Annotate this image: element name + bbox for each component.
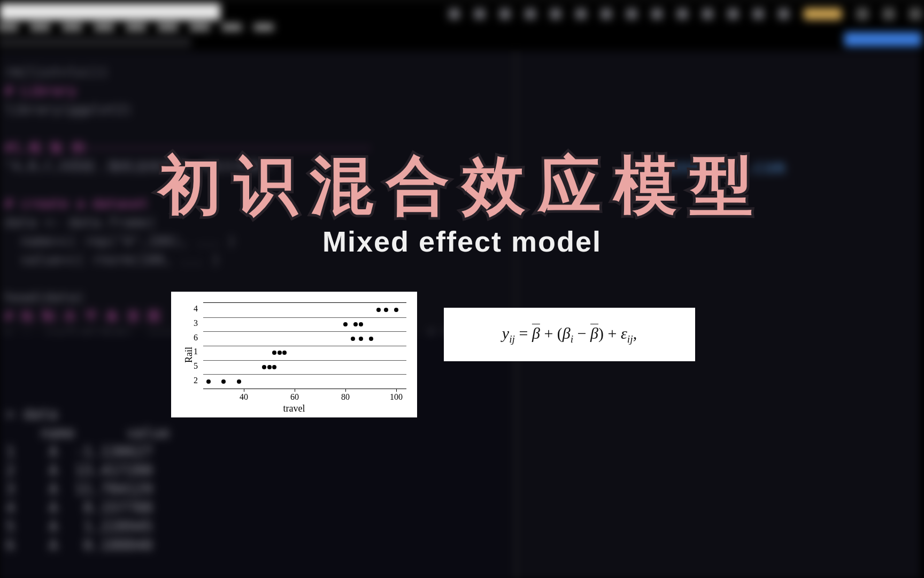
title-chinese: 初识混合效应模型: [158, 143, 766, 229]
chart-card: Rail travel 436152406080100: [171, 292, 417, 417]
ide-background-blur: moondataa.com rm(list=ls())# Librarylibr…: [0, 0, 924, 578]
chart-plot-area: [203, 302, 406, 389]
chart-xlabel: travel: [283, 403, 305, 414]
chart-ylabel: Rail: [183, 347, 195, 363]
title-english: Mixed effect model: [322, 225, 602, 258]
formula-card: yij = β + (βi − β) + εij,: [444, 308, 695, 361]
formula-text: yij = β + (βi − β) + εij,: [502, 324, 637, 345]
bg-console-output: > data name value 1 A -1.130627 2 A 13.4…: [6, 405, 170, 554]
